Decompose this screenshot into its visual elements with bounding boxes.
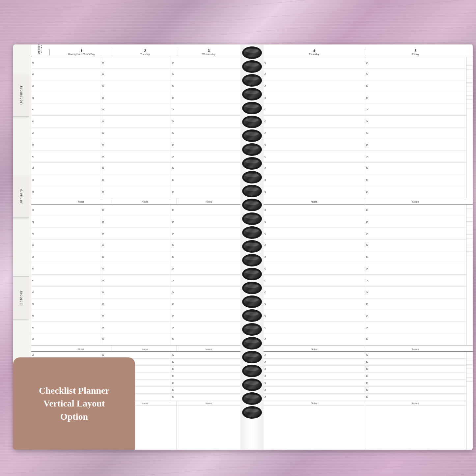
check-item <box>31 104 101 116</box>
notes-label-2-3: Notes <box>177 346 240 351</box>
ci <box>264 275 365 287</box>
cd <box>172 244 174 246</box>
check-item <box>101 104 171 116</box>
spiral-ring <box>242 351 262 363</box>
cd <box>172 292 174 293</box>
check-dot <box>172 167 174 169</box>
cd <box>32 354 34 356</box>
checklist-rows-1 <box>31 57 240 198</box>
ci <box>264 92 365 104</box>
check-dot <box>102 109 104 110</box>
cd <box>265 389 266 391</box>
promo-text: Checklist Planner Vertical Layout Option <box>39 384 109 423</box>
cd <box>265 354 266 356</box>
cd <box>265 191 266 193</box>
day-header-mon: 1 Monday·New Year's Day <box>49 49 113 56</box>
ci <box>31 298 101 310</box>
ci <box>466 96 473 100</box>
cd <box>32 268 34 269</box>
ci <box>171 366 240 373</box>
spiral-ring <box>242 365 262 377</box>
day-name-tue: Tuesday <box>114 53 176 56</box>
spiral-ring <box>242 116 262 128</box>
ci <box>101 310 171 322</box>
spiral-ring <box>242 240 262 253</box>
day-name-thu: Thursday <box>264 53 364 56</box>
ci <box>466 360 473 365</box>
cd <box>102 244 104 246</box>
cd <box>102 256 104 258</box>
ci <box>466 252 473 256</box>
ci <box>365 127 466 139</box>
check-item <box>31 69 101 81</box>
right-notes-label-2-1: Notes <box>264 346 365 351</box>
cd <box>366 292 368 293</box>
cd <box>366 121 368 122</box>
day-num-1: 1 <box>50 49 112 53</box>
spiral-ring <box>242 406 262 419</box>
right-big-notes-row: Notes Notes <box>264 401 473 450</box>
day-col-3-wk3 <box>171 352 240 401</box>
cd <box>366 167 368 169</box>
cd <box>366 132 368 134</box>
ci <box>365 57 466 69</box>
check-item <box>101 69 171 81</box>
ci <box>171 359 240 366</box>
cd <box>265 338 266 340</box>
cd <box>366 156 368 157</box>
ci <box>264 322 365 334</box>
notebook: December January October November → WEEK… <box>13 44 473 450</box>
day-col-3-wk1 <box>171 57 240 198</box>
right-notes-label-2-2: Notes <box>365 346 466 351</box>
cd <box>366 209 368 211</box>
right-checklist-rows-1 <box>264 57 473 198</box>
ci <box>171 373 240 380</box>
cd <box>366 73 368 75</box>
check-dot <box>172 179 174 181</box>
ci <box>466 369 473 373</box>
spiral-ring <box>242 74 262 87</box>
check-dot <box>172 62 174 64</box>
ci <box>264 359 365 366</box>
cd <box>265 327 266 328</box>
ci <box>264 373 365 380</box>
right-notes-row-2: Notes Notes <box>264 345 473 351</box>
ci <box>365 104 466 116</box>
cd <box>265 221 266 223</box>
ci <box>365 275 466 287</box>
day-name-mon: Monday·New Year's Day <box>50 53 112 56</box>
check-item <box>31 57 101 69</box>
ci <box>171 205 240 216</box>
ci <box>264 228 365 240</box>
ci <box>365 69 466 81</box>
partial-col-2 <box>466 205 473 346</box>
ci <box>171 298 240 310</box>
right-day-col-5-wk3 <box>365 352 466 401</box>
ci <box>466 57 473 61</box>
cd <box>32 292 34 293</box>
ci <box>264 205 365 216</box>
ci <box>31 333 101 345</box>
tab-october[interactable]: October <box>13 276 29 319</box>
ci <box>171 216 240 228</box>
ci <box>365 216 466 228</box>
cd <box>32 233 34 235</box>
tab-january[interactable]: January <box>13 175 29 218</box>
ci <box>171 287 240 298</box>
spiral-ring <box>242 60 262 73</box>
cd <box>366 62 368 64</box>
spiral-ring <box>242 46 262 59</box>
cd <box>366 97 368 99</box>
day-num-5: 5 <box>366 49 465 53</box>
ci <box>365 310 466 322</box>
check-dot <box>102 132 104 134</box>
check-dot <box>32 132 34 134</box>
ci <box>365 394 466 401</box>
cd <box>32 256 34 258</box>
check-item <box>171 186 240 198</box>
tab-december[interactable]: December <box>13 74 29 117</box>
promo-line2: Vertical Layout <box>43 398 105 408</box>
ci <box>171 352 240 359</box>
notes-label-1-3: Notes <box>177 198 240 204</box>
cd <box>366 354 368 356</box>
